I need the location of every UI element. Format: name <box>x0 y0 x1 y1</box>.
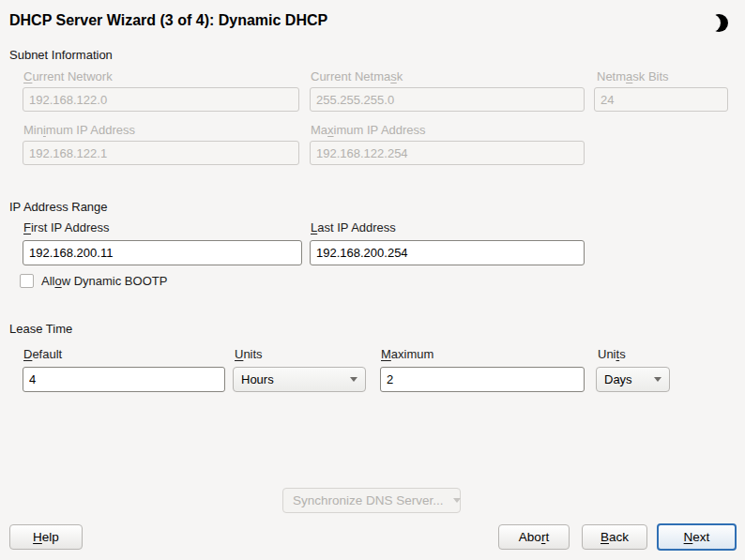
netmask-bits-label: Netmask Bits <box>597 69 669 83</box>
next-button[interactable]: Next <box>657 523 737 551</box>
first-ip-label: First IP Address <box>23 220 110 235</box>
lease-maximum-label: Maximum <box>381 347 433 361</box>
abort-button-label: Abort <box>519 530 549 544</box>
maximum-ip-label: Maximum IP Address <box>311 123 426 137</box>
lease-maximum-units-value: Days <box>604 372 632 386</box>
minimum-ip-label: Minimum IP Address <box>23 123 135 137</box>
maximum-ip-input <box>310 141 585 165</box>
minimum-ip-input <box>23 141 299 165</box>
last-ip-input[interactable] <box>310 240 585 265</box>
next-button-label: Next <box>684 530 710 544</box>
lease-maximum-input[interactable] <box>380 367 585 392</box>
page-title: DHCP Server Wizard (3 of 4): Dynamic DHC… <box>9 12 327 29</box>
current-netmask-input <box>310 87 585 112</box>
help-button-label: Help <box>33 530 59 544</box>
section-heading-lease-time: Lease Time <box>9 322 72 336</box>
back-button[interactable]: Back <box>582 524 647 550</box>
synchronize-dns-server-label: Synchronize DNS Server... <box>293 493 444 507</box>
crescent-icon <box>710 14 728 32</box>
section-heading-ip-address-range: IP Address Range <box>9 200 108 214</box>
current-netmask-label: Current Netmask <box>311 69 403 83</box>
lease-default-input[interactable] <box>23 367 225 392</box>
lease-default-units-value: Hours <box>241 372 274 386</box>
lease-default-units-label: Units <box>235 347 263 361</box>
section-heading-subnet-information: Subnet Information <box>9 48 113 62</box>
lease-maximum-units-dropdown[interactable]: Days <box>596 367 670 392</box>
allow-dynamic-bootp-label[interactable]: Allow Dynamic BOOTP <box>41 274 167 288</box>
netmask-bits-input <box>594 87 728 112</box>
chevron-down-icon <box>350 377 357 382</box>
last-ip-label: Last IP Address <box>311 220 396 235</box>
chevron-down-icon <box>453 498 461 503</box>
lease-default-label: Default <box>23 347 62 361</box>
abort-button[interactable]: Abort <box>498 524 570 550</box>
back-button-label: Back <box>601 530 629 544</box>
lease-maximum-units-label: Units <box>598 347 626 361</box>
lease-default-units-dropdown[interactable]: Hours <box>233 367 366 392</box>
allow-dynamic-bootp-checkbox[interactable] <box>20 274 34 288</box>
current-network-label: Current Network <box>23 69 113 83</box>
current-network-input <box>23 87 299 112</box>
synchronize-dns-server-button: Synchronize DNS Server... <box>282 488 461 513</box>
chevron-down-icon <box>654 377 661 382</box>
first-ip-input[interactable] <box>23 240 302 265</box>
help-button[interactable]: Help <box>9 524 83 550</box>
